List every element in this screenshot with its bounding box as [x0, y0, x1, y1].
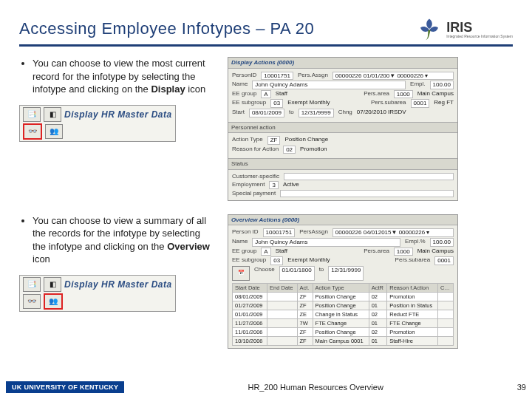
iris-logo-sub: Integrated Resource Information System: [446, 34, 513, 38]
table-row[interactable]: 10/10/2006ZFMain Campus 000101Staff-Hire: [233, 336, 454, 345]
panel-overview-actions: Overview Actions (0000) Person ID1000175…: [228, 214, 458, 349]
page-number: 39: [507, 383, 526, 392]
toolbar-title: Display HR Master Data: [64, 109, 172, 120]
toolbar-icon[interactable]: ◧: [44, 277, 61, 292]
panel-title: Display Actions (0000): [228, 58, 457, 69]
display-icon[interactable]: 👓: [23, 123, 42, 140]
table-header: Action Type: [313, 283, 369, 292]
bullet-display: You can choose to view the most current …: [33, 57, 211, 96]
footer: UK UNIVERSITY OF KENTUCKY HR_200 Human R…: [0, 381, 532, 393]
table-header: Reason f.Action: [387, 283, 438, 292]
toolbar-icon[interactable]: 📑: [23, 277, 41, 292]
table-header: End Date: [267, 283, 297, 292]
toolbar-icon[interactable]: ◧: [44, 107, 61, 122]
iris-logo: IRIS Integrated Resource Information Sys…: [417, 16, 513, 41]
table-row[interactable]: 11/01/2006ZFPosition Change02Promotion: [233, 327, 454, 336]
toolbar-icon[interactable]: 📑: [23, 107, 41, 122]
title-row: Accessing Employee Infotypes – PA 20 IRI…: [19, 16, 513, 47]
section-overview: You can choose to view a summary of all …: [19, 214, 513, 349]
table-header: ActR: [369, 283, 387, 292]
panel-title: Overview Actions (0000): [228, 215, 457, 226]
panel-sub-status: Status: [228, 158, 457, 170]
footer-text: HR_200 Human Resources Overview: [124, 383, 507, 392]
table-row[interactable]: 01/27/2009ZFPosition Change01Position in…: [233, 301, 454, 310]
toolbar-title: Display HR Master Data: [64, 279, 172, 290]
overview-table: Start DateEnd DateAct.Action TypeActRRea…: [232, 283, 454, 346]
toolbar-overview: 📑 ◧ Display HR Master Data 👓 👥: [19, 275, 176, 312]
table-header: Act.: [297, 283, 313, 292]
bullet-overview: You can choose to view a summary of all …: [33, 214, 211, 266]
panel-sub-personnel: Personnel action: [228, 122, 457, 134]
table-header: Start Date: [233, 283, 267, 292]
iris-logo-text: IRIS: [446, 20, 472, 35]
section-display: You can choose to view the most current …: [19, 57, 513, 201]
table-row[interactable]: 08/01/2009ZFPosition Change02Promotion: [233, 292, 454, 301]
overview-icon[interactable]: 👥: [45, 124, 63, 139]
panel-display-actions: Display Actions (0000) PersonID10001751P…: [228, 57, 458, 201]
uk-logo: UK UNIVERSITY OF KENTUCKY: [6, 381, 124, 393]
display-icon[interactable]: 👓: [23, 294, 41, 309]
table-row[interactable]: 11/27/20067WFTE Change01FTE Change: [233, 318, 454, 327]
iris-flower-icon: [417, 16, 442, 41]
table-row[interactable]: 01/01/2009ZEChange in Status02Reduct FTE: [233, 310, 454, 318]
toolbar-display: 📑 ◧ Display HR Master Data 👓 👥: [19, 105, 176, 142]
overview-icon[interactable]: 👥: [44, 293, 63, 310]
table-header: C…: [437, 283, 453, 292]
date-picker-icon[interactable]: 📅: [232, 266, 250, 281]
page-title: Accessing Employee Infotypes – PA 20: [19, 19, 314, 38]
